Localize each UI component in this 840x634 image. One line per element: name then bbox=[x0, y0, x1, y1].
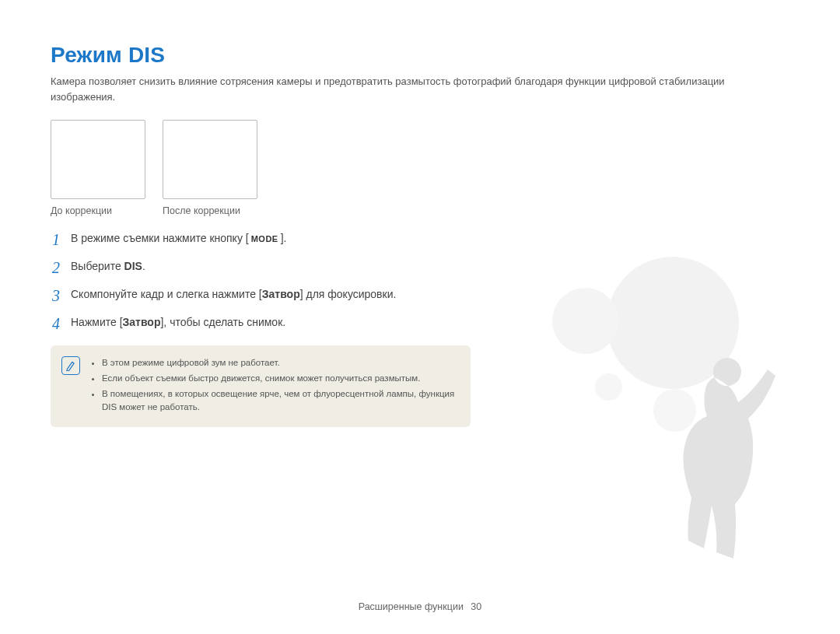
step-2: 2 Выберите DIS. bbox=[51, 258, 455, 277]
step-number: 3 bbox=[51, 286, 61, 305]
note-icon bbox=[61, 356, 80, 375]
before-label: До коррекции bbox=[51, 205, 145, 216]
mode-button-label: MODE bbox=[250, 233, 280, 246]
page-footer: Расширенные функции 30 bbox=[0, 601, 840, 612]
step-post: ], чтобы сделать снимок. bbox=[160, 316, 285, 328]
decorative-art bbox=[552, 257, 809, 568]
note-item: Если объект съемки быстро движется, сним… bbox=[102, 372, 458, 386]
step-post: ]. bbox=[281, 232, 287, 244]
step-text: Скомпонуйте кадр и слегка нажмите [Затво… bbox=[71, 286, 396, 305]
before-image-placeholder bbox=[51, 120, 145, 199]
bubble-icon bbox=[607, 257, 739, 389]
after-slot: После коррекции bbox=[163, 120, 257, 216]
after-label: После коррекции bbox=[163, 205, 257, 216]
before-slot: До коррекции bbox=[51, 120, 145, 216]
manual-page: Режим DIS Камера позволяет снизить влиян… bbox=[0, 0, 840, 634]
bubble-icon bbox=[552, 288, 618, 354]
step-pre: Нажмите [ bbox=[71, 316, 123, 328]
footer-page-number: 30 bbox=[471, 601, 481, 612]
step-pre: В режиме съемки нажмите кнопку [ bbox=[71, 232, 249, 244]
step-post: . bbox=[142, 260, 145, 272]
step-number: 4 bbox=[51, 314, 61, 333]
bubble-icon bbox=[653, 389, 696, 432]
step-pre: Скомпонуйте кадр и слегка нажмите [ bbox=[71, 288, 262, 300]
before-after-row: До коррекции После коррекции bbox=[51, 120, 789, 216]
intro-text: Камера позволяет снизить влияние сотрясе… bbox=[51, 74, 789, 104]
after-image-placeholder bbox=[163, 120, 257, 199]
bubble-icon bbox=[595, 373, 622, 401]
note-item: В этом режиме цифровой зум не работает. bbox=[102, 356, 458, 370]
step-pre: Выберите bbox=[71, 260, 124, 272]
page-title: Режим DIS bbox=[51, 43, 789, 68]
step-bold: DIS bbox=[124, 260, 142, 272]
step-post: ] для фокусировки. bbox=[300, 288, 397, 300]
step-text: В режиме съемки нажмите кнопку [MODE]. bbox=[71, 230, 286, 249]
note-box: В этом режиме цифровой зум не работает. … bbox=[51, 345, 471, 427]
step-text: Выберите DIS. bbox=[71, 258, 145, 277]
step-3: 3 Скомпонуйте кадр и слегка нажмите [Зат… bbox=[51, 286, 455, 305]
step-4: 4 Нажмите [Затвор], чтобы сделать снимок… bbox=[51, 314, 455, 333]
child-silhouette-icon bbox=[653, 346, 786, 564]
step-number: 2 bbox=[51, 258, 61, 277]
steps-list: 1 В режиме съемки нажмите кнопку [MODE].… bbox=[51, 230, 455, 333]
step-bold: Затвор bbox=[123, 316, 161, 328]
note-list: В этом режиме цифровой зум не работает. … bbox=[91, 356, 458, 415]
step-bold: Затвор bbox=[262, 288, 300, 300]
step-1: 1 В режиме съемки нажмите кнопку [MODE]. bbox=[51, 230, 455, 249]
step-text: Нажмите [Затвор], чтобы сделать снимок. bbox=[71, 314, 285, 333]
step-number: 1 bbox=[51, 230, 61, 249]
note-item: В помещениях, в которых освещение ярче, … bbox=[102, 387, 458, 415]
footer-section: Расширенные функции bbox=[359, 601, 464, 612]
